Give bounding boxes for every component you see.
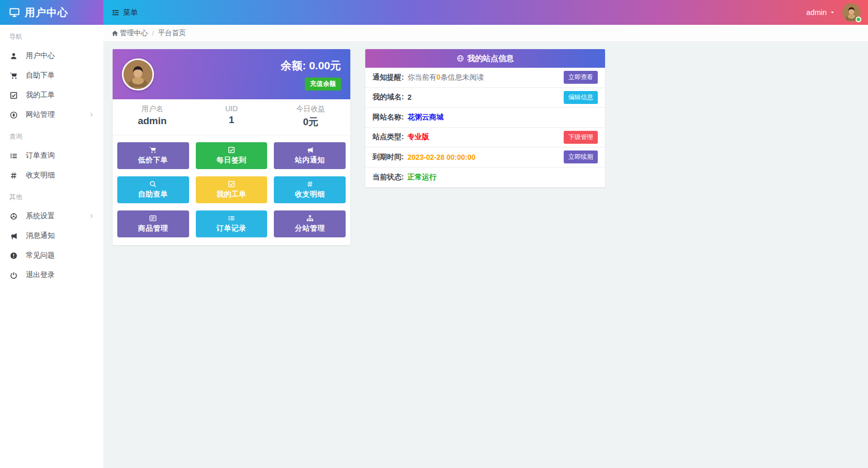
sidebar-item-label: 网站管理 <box>26 110 55 119</box>
sidebar-item-label: 常见问题 <box>26 251 55 260</box>
row-value: 2023-02-28 00:00:00 <box>408 153 476 161</box>
app-logo[interactable]: 用户中心 <box>0 0 103 25</box>
site-info-row-site-name: 网站名称:花粥云商城 <box>365 108 605 128</box>
menu-toggle-button[interactable]: 菜单 <box>103 0 146 25</box>
cart-icon <box>9 72 18 80</box>
sidebar-item-order-query[interactable]: 订单查询 <box>0 146 103 165</box>
menu-toggle-label: 菜单 <box>123 8 138 18</box>
row-label: 站点类型: <box>373 132 404 142</box>
row-label: 当前状态: <box>373 173 404 182</box>
action-button-cheap-order[interactable]: 低价下单 <box>117 142 189 169</box>
home-icon <box>112 30 118 37</box>
sidebar: 导航用户中心自助下单我的工单网站管理查询订单查询收支明细其他系统设置消息通知常见… <box>0 25 103 468</box>
action-button-label: 低价下单 <box>138 156 168 165</box>
cart-icon <box>149 146 157 154</box>
stat-label: 用户名 <box>113 104 192 114</box>
chevron-right-icon <box>89 214 94 219</box>
sidebar-section-label: 其他 <box>0 185 103 206</box>
row-value-part: 你当前有 <box>408 73 437 81</box>
compass-icon <box>9 111 18 119</box>
exclamation-circle-icon <box>9 252 18 260</box>
row-value: 2 <box>408 93 412 101</box>
profile-stats: 用户名adminUID1今日收益0元 <box>113 99 350 135</box>
site-info-row-domain: 我的域名:2编辑信息 <box>365 88 605 108</box>
sidebar-item-system-settings[interactable]: 系统设置 <box>0 206 103 226</box>
hash-icon <box>306 180 314 188</box>
check-square-icon <box>228 146 235 154</box>
action-button-goods-manage[interactable]: 商品管理 <box>117 210 189 237</box>
sidebar-item-user-center[interactable]: 用户中心 <box>0 46 103 66</box>
site-info-header: 我的站点信息 <box>365 49 605 68</box>
app-title: 用户中心 <box>25 6 68 20</box>
online-status-dot <box>856 17 861 22</box>
megaphone-icon <box>9 232 18 240</box>
row-button-site-type[interactable]: 下级管理 <box>564 131 598 144</box>
row-value: 你当前有0条信息未阅读 <box>408 73 484 82</box>
recharge-button[interactable]: 充值余额 <box>305 78 341 90</box>
sidebar-item-label: 我的工单 <box>26 90 55 100</box>
sidebar-item-finance-detail[interactable]: 收支明细 <box>0 165 103 185</box>
sidebar-item-label: 订单查询 <box>26 151 55 160</box>
row-value-part: 2 <box>408 93 412 101</box>
sidebar-item-label: 退出登录 <box>26 270 55 280</box>
profile-card-header: 余额: 0.00元 充值余额 <box>113 49 350 99</box>
sidebar-item-site-manage[interactable]: 网站管理 <box>0 105 103 125</box>
caret-down-icon <box>830 10 835 15</box>
sidebar-section-label: 导航 <box>0 25 103 46</box>
action-button-my-ticket[interactable]: 我的工单 <box>196 176 268 203</box>
sidebar-item-logout[interactable]: 退出登录 <box>0 265 103 285</box>
breadcrumb-current: 平台首页 <box>158 28 186 38</box>
globe-icon <box>457 55 464 62</box>
site-info-card: 我的站点信息 通知提醒:你当前有0条信息未阅读立即查看我的域名:2编辑信息网站名… <box>365 49 605 187</box>
profile-stat: 今日收益0元 <box>271 104 350 129</box>
settings-icon <box>9 213 18 220</box>
user-dropdown[interactable]: admin <box>807 8 835 17</box>
row-label: 通知提醒: <box>373 73 404 82</box>
sidebar-item-my-tickets[interactable]: 我的工单 <box>0 85 103 105</box>
check-square-icon <box>9 92 18 99</box>
action-button-site-notice[interactable]: 站内通知 <box>274 142 346 169</box>
breadcrumb-home-link[interactable]: 管理中心 <box>112 28 148 38</box>
action-button-self-query[interactable]: 自助查单 <box>117 176 189 203</box>
sidebar-section-label: 查询 <box>0 125 103 146</box>
balance-line: 余额: 0.00元 <box>281 58 341 73</box>
site-info-row-notice: 通知提醒:你当前有0条信息未阅读立即查看 <box>365 68 605 88</box>
action-button-order-records[interactable]: 订单记录 <box>196 210 268 237</box>
action-button-label: 商品管理 <box>138 224 168 233</box>
menu-icon <box>112 9 119 17</box>
row-button-notice[interactable]: 立即查看 <box>564 71 598 84</box>
stat-value: admin <box>113 115 192 127</box>
action-button-label: 站内通知 <box>295 156 325 165</box>
action-button-label: 自助查单 <box>138 190 168 199</box>
row-label: 我的域名: <box>373 93 404 102</box>
sidebar-item-self-order[interactable]: 自助下单 <box>0 66 103 85</box>
row-value-part[interactable]: 花粥云商城 <box>408 113 444 121</box>
row-label: 到期时间: <box>373 153 404 162</box>
balance-value: 0.00元 <box>309 59 341 71</box>
chevron-right-icon <box>89 112 94 117</box>
row-value: 专业版 <box>408 132 429 142</box>
action-button-label: 每日签到 <box>216 156 246 165</box>
row-value-part: 正常运行 <box>408 173 437 181</box>
monitor-icon <box>9 7 20 18</box>
row-button-expire-time[interactable]: 立即续期 <box>564 150 598 163</box>
stat-value: 1 <box>192 114 271 126</box>
quick-actions-grid: 低价下单每日签到站内通知自助查单我的工单收支明细商品管理订单记录分站管理 <box>113 135 350 245</box>
row-value-part: 条信息未阅读 <box>440 73 484 81</box>
breadcrumb-separator: / <box>152 29 154 37</box>
action-button-finance-detail[interactable]: 收支明细 <box>274 176 346 203</box>
action-button-daily-checkin[interactable]: 每日签到 <box>196 142 268 169</box>
row-value-part: 2023-02-28 00:00:00 <box>408 153 476 161</box>
breadcrumb: 管理中心 / 平台首页 <box>103 25 868 42</box>
avatar[interactable] <box>842 3 861 22</box>
action-button-label: 分站管理 <box>295 224 325 233</box>
action-button-label: 收支明细 <box>295 190 325 199</box>
action-button-substation-manage[interactable]: 分站管理 <box>274 210 346 237</box>
check-square-icon <box>228 180 235 188</box>
sidebar-item-label: 自助下单 <box>26 71 55 80</box>
sidebar-item-label: 系统设置 <box>26 212 55 221</box>
row-button-domain[interactable]: 编辑信息 <box>564 91 598 104</box>
username-label: admin <box>807 8 827 17</box>
sidebar-item-faq[interactable]: 常见问题 <box>0 246 103 265</box>
sidebar-item-message-notice[interactable]: 消息通知 <box>0 226 103 246</box>
